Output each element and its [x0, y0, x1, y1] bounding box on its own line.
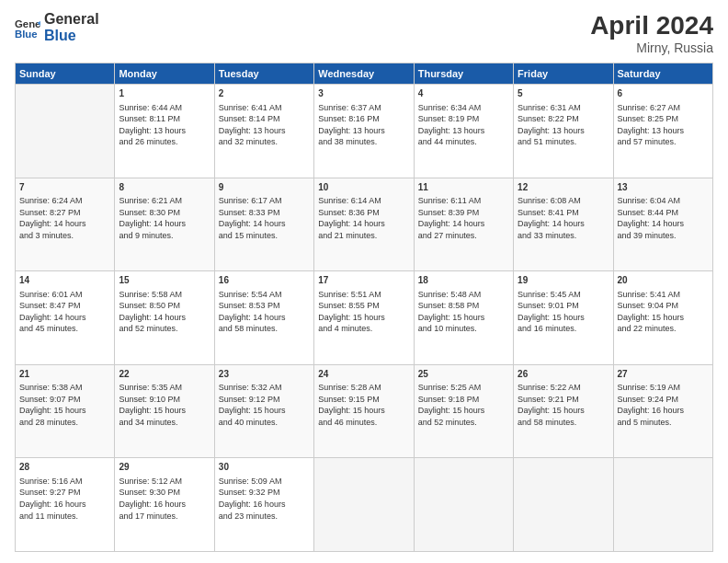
calendar-cell: 3Sunrise: 6:37 AMSunset: 8:16 PMDaylight…	[314, 85, 414, 178]
page-subtitle: Mirny, Russia	[590, 40, 713, 55]
week-row-1: 1Sunrise: 6:44 AMSunset: 8:11 PMDaylight…	[16, 85, 713, 178]
day-number: 13	[618, 181, 709, 194]
day-number: 23	[219, 368, 310, 381]
calendar-cell: 14Sunrise: 6:01 AMSunset: 8:47 PMDayligh…	[16, 271, 115, 365]
calendar-cell: 20Sunrise: 5:41 AMSunset: 9:04 PMDayligh…	[613, 271, 712, 365]
day-info: Sunrise: 5:51 AMSunset: 8:55 PMDaylight:…	[318, 289, 409, 335]
day-number: 18	[418, 274, 509, 287]
svg-text:Blue: Blue	[15, 29, 38, 40]
day-info: Sunrise: 6:31 AMSunset: 8:22 PMDaylight:…	[518, 102, 609, 148]
day-number: 3	[318, 87, 409, 100]
day-info: Sunrise: 5:09 AMSunset: 9:32 PMDaylight:…	[219, 476, 310, 522]
week-row-2: 7Sunrise: 6:24 AMSunset: 8:27 PMDaylight…	[16, 178, 713, 271]
day-number: 1	[119, 87, 210, 100]
calendar-cell: 23Sunrise: 5:32 AMSunset: 9:12 PMDayligh…	[214, 364, 313, 458]
day-info: Sunrise: 6:41 AMSunset: 8:14 PMDaylight:…	[219, 102, 310, 148]
day-info: Sunrise: 6:01 AMSunset: 8:47 PMDaylight:…	[19, 289, 110, 335]
calendar-cell: 29Sunrise: 5:12 AMSunset: 9:30 PMDayligh…	[115, 458, 214, 552]
calendar-cell: 6Sunrise: 6:27 AMSunset: 8:25 PMDaylight…	[613, 85, 712, 178]
day-info: Sunrise: 5:25 AMSunset: 9:18 PMDaylight:…	[418, 382, 509, 428]
page: General Blue General Blue April 2024 Mir…	[0, 0, 728, 563]
day-info: Sunrise: 6:08 AMSunset: 8:41 PMDaylight:…	[518, 195, 609, 241]
day-number: 12	[518, 181, 609, 194]
day-info: Sunrise: 6:04 AMSunset: 8:44 PMDaylight:…	[618, 195, 709, 241]
day-info: Sunrise: 5:16 AMSunset: 9:27 PMDaylight:…	[19, 476, 110, 522]
day-number: 4	[418, 87, 509, 100]
calendar-cell: 27Sunrise: 5:19 AMSunset: 9:24 PMDayligh…	[613, 364, 712, 458]
logo-general: General	[44, 11, 99, 28]
day-info: Sunrise: 6:24 AMSunset: 8:27 PMDaylight:…	[19, 195, 110, 241]
day-number: 2	[219, 87, 310, 100]
day-number: 25	[418, 368, 509, 381]
calendar-cell: 7Sunrise: 6:24 AMSunset: 8:27 PMDaylight…	[16, 178, 115, 271]
day-info: Sunrise: 5:22 AMSunset: 9:21 PMDaylight:…	[518, 382, 609, 428]
calendar-cell: 9Sunrise: 6:17 AMSunset: 8:33 PMDaylight…	[214, 178, 313, 271]
calendar-cell: 19Sunrise: 5:45 AMSunset: 9:01 PMDayligh…	[514, 271, 613, 365]
day-number: 21	[19, 368, 110, 381]
day-number: 9	[219, 181, 310, 194]
day-info: Sunrise: 5:45 AMSunset: 9:01 PMDaylight:…	[518, 289, 609, 335]
calendar-cell: 8Sunrise: 6:21 AMSunset: 8:30 PMDaylight…	[115, 178, 214, 271]
calendar-cell: 17Sunrise: 5:51 AMSunset: 8:55 PMDayligh…	[314, 271, 414, 365]
title-area: April 2024 Mirny, Russia	[590, 11, 713, 55]
day-number: 6	[618, 87, 709, 100]
day-number: 5	[518, 87, 609, 100]
calendar-table: SundayMondayTuesdayWednesdayThursdayFrid…	[15, 63, 713, 552]
day-number: 14	[19, 274, 110, 287]
page-title: April 2024	[590, 11, 713, 40]
calendar-cell: 1Sunrise: 6:44 AMSunset: 8:11 PMDaylight…	[115, 85, 214, 178]
day-info: Sunrise: 6:37 AMSunset: 8:16 PMDaylight:…	[318, 102, 409, 148]
day-info: Sunrise: 6:17 AMSunset: 8:33 PMDaylight:…	[219, 195, 310, 241]
day-number: 7	[19, 181, 110, 194]
day-number: 19	[518, 274, 609, 287]
calendar-cell	[314, 458, 414, 552]
week-row-5: 28Sunrise: 5:16 AMSunset: 9:27 PMDayligh…	[16, 458, 713, 552]
day-number: 26	[518, 368, 609, 381]
col-header-wednesday: Wednesday	[314, 63, 414, 85]
day-number: 20	[618, 274, 709, 287]
day-number: 15	[119, 274, 210, 287]
day-info: Sunrise: 6:11 AMSunset: 8:39 PMDaylight:…	[418, 195, 509, 241]
day-info: Sunrise: 6:21 AMSunset: 8:30 PMDaylight:…	[119, 195, 210, 241]
calendar-cell	[613, 458, 712, 552]
day-number: 29	[119, 461, 210, 474]
day-info: Sunrise: 5:35 AMSunset: 9:10 PMDaylight:…	[119, 382, 210, 428]
day-info: Sunrise: 5:38 AMSunset: 9:07 PMDaylight:…	[19, 382, 110, 428]
calendar-cell: 26Sunrise: 5:22 AMSunset: 9:21 PMDayligh…	[514, 364, 613, 458]
day-info: Sunrise: 5:32 AMSunset: 9:12 PMDaylight:…	[219, 382, 310, 428]
calendar-cell: 18Sunrise: 5:48 AMSunset: 8:58 PMDayligh…	[414, 271, 513, 365]
calendar-cell: 30Sunrise: 5:09 AMSunset: 9:32 PMDayligh…	[214, 458, 313, 552]
day-number: 10	[318, 181, 409, 194]
day-info: Sunrise: 6:27 AMSunset: 8:25 PMDaylight:…	[618, 102, 709, 148]
calendar-cell: 2Sunrise: 6:41 AMSunset: 8:14 PMDaylight…	[214, 85, 313, 178]
col-header-tuesday: Tuesday	[214, 63, 313, 85]
day-info: Sunrise: 5:28 AMSunset: 9:15 PMDaylight:…	[318, 382, 409, 428]
day-number: 11	[418, 181, 509, 194]
col-header-friday: Friday	[514, 63, 613, 85]
col-header-thursday: Thursday	[414, 63, 513, 85]
calendar-cell: 10Sunrise: 6:14 AMSunset: 8:36 PMDayligh…	[314, 178, 414, 271]
calendar-cell: 25Sunrise: 5:25 AMSunset: 9:18 PMDayligh…	[414, 364, 513, 458]
day-info: Sunrise: 5:54 AMSunset: 8:53 PMDaylight:…	[219, 289, 310, 335]
calendar-cell: 28Sunrise: 5:16 AMSunset: 9:27 PMDayligh…	[16, 458, 115, 552]
day-number: 28	[19, 461, 110, 474]
day-info: Sunrise: 6:34 AMSunset: 8:19 PMDaylight:…	[418, 102, 509, 148]
day-info: Sunrise: 5:48 AMSunset: 8:58 PMDaylight:…	[418, 289, 509, 335]
calendar-cell: 13Sunrise: 6:04 AMSunset: 8:44 PMDayligh…	[613, 178, 712, 271]
col-header-monday: Monday	[115, 63, 214, 85]
day-info: Sunrise: 6:44 AMSunset: 8:11 PMDaylight:…	[119, 102, 210, 148]
calendar-cell: 4Sunrise: 6:34 AMSunset: 8:19 PMDaylight…	[414, 85, 513, 178]
day-number: 30	[219, 461, 310, 474]
day-number: 8	[119, 181, 210, 194]
calendar-cell: 21Sunrise: 5:38 AMSunset: 9:07 PMDayligh…	[16, 364, 115, 458]
day-info: Sunrise: 5:41 AMSunset: 9:04 PMDaylight:…	[618, 289, 709, 335]
calendar-cell: 5Sunrise: 6:31 AMSunset: 8:22 PMDaylight…	[514, 85, 613, 178]
col-header-sunday: Sunday	[16, 63, 115, 85]
header: General Blue General Blue April 2024 Mir…	[15, 11, 713, 55]
calendar-cell: 12Sunrise: 6:08 AMSunset: 8:41 PMDayligh…	[514, 178, 613, 271]
day-number: 16	[219, 274, 310, 287]
day-number: 27	[618, 368, 709, 381]
calendar-cell: 15Sunrise: 5:58 AMSunset: 8:50 PMDayligh…	[115, 271, 214, 365]
day-info: Sunrise: 5:19 AMSunset: 9:24 PMDaylight:…	[618, 382, 709, 428]
day-number: 24	[318, 368, 409, 381]
